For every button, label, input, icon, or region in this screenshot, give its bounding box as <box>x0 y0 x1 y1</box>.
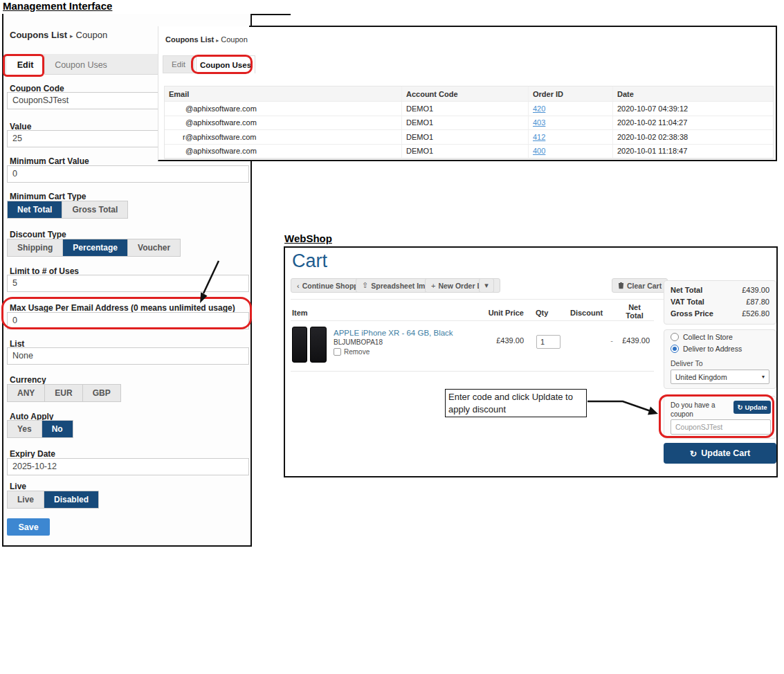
live-label: Live <box>10 482 26 491</box>
trash-icon <box>618 282 624 289</box>
save-button[interactable]: Save <box>7 518 50 536</box>
live-disabled[interactable]: Disabled <box>44 491 98 508</box>
list-input[interactable]: None <box>7 347 249 365</box>
column-header-email[interactable]: Email <box>165 86 401 101</box>
min-cart-value-label: Minimum Cart Value <box>10 156 89 166</box>
unit-price-value: £439.00 <box>479 336 524 345</box>
tab-coupon-uses[interactable]: Coupon Uses <box>46 55 116 75</box>
table-row: @aphixsoftware.com DEMO1 420 2020-10-07 … <box>165 102 773 116</box>
net-total-label: Net Total <box>671 286 702 294</box>
min-cart-type-net-total[interactable]: Net Total <box>8 201 62 218</box>
product-image <box>292 327 307 363</box>
new-order-lists-dropdown-button[interactable]: ▾ <box>479 278 494 293</box>
cell-date: 2020-10-02 02:38:38 <box>612 130 773 144</box>
deliver-to-address-option[interactable]: Deliver to Address <box>664 342 776 354</box>
tab-edit[interactable]: Edit <box>163 55 194 73</box>
currency-eur[interactable]: EUR <box>45 385 82 401</box>
tab-coupon-uses[interactable]: Coupon Uses <box>196 55 255 73</box>
column-header-date[interactable]: Date <box>612 86 773 101</box>
order-id-link[interactable]: 400 <box>533 147 545 155</box>
country-select[interactable]: United Kingdom ▾ <box>671 370 769 384</box>
panel-border-line <box>249 26 777 27</box>
max-usage-label: Max Usage Per Email Address (0 means unl… <box>10 303 235 313</box>
auto-apply-no[interactable]: No <box>42 421 73 437</box>
currency-any[interactable]: ANY <box>8 385 45 401</box>
limit-uses-input[interactable]: 5 <box>7 275 249 292</box>
collect-in-store-option[interactable]: Collect In Store <box>664 330 776 342</box>
upload-icon: ⇧ <box>362 281 368 290</box>
cell-account-code: DEMO1 <box>401 116 528 130</box>
live-live[interactable]: Live <box>8 491 44 508</box>
cell-date: 2020-10-07 04:39:12 <box>612 102 773 116</box>
net-total-header-line2: Total <box>619 311 650 320</box>
min-cart-type-label: Minimum Cart Type <box>10 192 86 201</box>
auto-apply-toggle: Yes No <box>7 420 73 438</box>
expiry-date-label: Expiry Date <box>10 449 55 459</box>
divider <box>291 371 654 372</box>
chevron-down-icon: ▾ <box>762 374 765 380</box>
discount-type-shipping[interactable]: Shipping <box>8 239 63 256</box>
coupon-uses-panel: Coupons List▸Coupon Edit Coupon Uses Ema… <box>158 26 777 161</box>
net-total-row: Net Total £439.00 <box>664 284 776 295</box>
coupon-update-button[interactable]: ↻ Update <box>733 401 771 414</box>
discount-type-percentage[interactable]: Percentage <box>63 239 128 256</box>
min-cart-value-input[interactable]: 0 <box>7 165 249 183</box>
min-cart-type-gross-total[interactable]: Gross Total <box>62 201 127 218</box>
table-header-row: Email Account Code Order ID Date <box>165 86 773 102</box>
table-row: @aphixsoftware.com DEMO1 400 2020-10-01 … <box>165 145 773 159</box>
coupon-box: Do you have a coupon or voucher? ↻ Updat… <box>664 396 776 439</box>
update-cart-button[interactable]: ↻ Update Cart <box>664 443 776 464</box>
product-link[interactable]: APPLE iPhone XR - 64 GB, Black <box>334 329 453 337</box>
coupon-update-label: Update <box>745 403 767 411</box>
gross-price-row: Gross Price £526.80 <box>664 307 776 319</box>
currency-gbp[interactable]: GBP <box>83 385 120 401</box>
auto-apply-yes[interactable]: Yes <box>8 421 42 437</box>
breadcrumb: Coupons List▸Coupon <box>10 30 107 40</box>
update-cart-label: Update Cart <box>701 448 750 458</box>
remove-row: Remove <box>334 348 370 356</box>
order-id-link[interactable]: 420 <box>533 104 545 113</box>
column-header-account-code[interactable]: Account Code <box>401 86 528 101</box>
clear-cart-button[interactable]: Clear Cart <box>612 278 668 293</box>
order-id-link[interactable]: 412 <box>533 133 545 141</box>
coupon-uses-table: Email Account Code Order ID Date @aphixs… <box>164 86 774 159</box>
column-header-order-id[interactable]: Order ID <box>528 86 612 101</box>
cell-account-code: DEMO1 <box>401 145 528 158</box>
refresh-icon: ↻ <box>690 448 697 459</box>
remove-label: Remove <box>344 348 370 356</box>
max-usage-input[interactable]: 0 <box>7 312 249 329</box>
net-total-header-line1: Net <box>619 303 650 311</box>
collect-in-store-label: Collect In Store <box>683 333 733 341</box>
vat-total-row: VAT Total £87.80 <box>664 295 776 307</box>
cell-email: @aphixsoftware.com <box>165 102 401 116</box>
refresh-icon: ↻ <box>737 403 742 411</box>
breadcrumb-parent[interactable]: Coupons List <box>165 35 214 44</box>
discount-type-label: Discount Type <box>10 230 66 239</box>
webshop-title: WebShop <box>284 233 332 244</box>
tab-edit[interactable]: Edit <box>6 55 45 75</box>
radio-unchecked-icon[interactable] <box>671 333 679 341</box>
management-interface-title: Management Interface <box>3 0 112 12</box>
plus-icon: + <box>431 282 435 290</box>
cell-date: 2020-10-02 11:04:27 <box>612 116 773 130</box>
cell-account-code: DEMO1 <box>401 102 528 116</box>
expiry-date-input[interactable]: 2025-10-12 <box>7 458 249 475</box>
caret-down-icon: ▾ <box>484 281 489 290</box>
coupon-code-input[interactable]: CouponSJTest <box>671 419 771 435</box>
currency-label: Currency <box>10 375 46 385</box>
unit-price-column-header: Unit Price <box>479 309 524 317</box>
qty-column-header: Qty <box>536 309 548 317</box>
vat-total-amount: £87.80 <box>746 298 769 306</box>
radio-checked-icon[interactable] <box>671 345 679 353</box>
vat-total-label: VAT Total <box>671 298 704 306</box>
qty-input[interactable]: 1 <box>536 335 560 349</box>
deliver-to-address-label: Deliver to Address <box>683 345 742 353</box>
delivery-box: Collect In Store Deliver to Address Deli… <box>664 329 776 389</box>
remove-checkbox[interactable] <box>334 348 341 356</box>
order-id-link[interactable]: 403 <box>533 118 545 127</box>
table-row: @aphixsoftware.com DEMO1 403 2020-10-02 … <box>165 116 773 131</box>
cart-heading: Cart <box>292 251 327 272</box>
discount-type-voucher[interactable]: Voucher <box>128 239 180 256</box>
discount-value: - <box>570 336 613 345</box>
breadcrumb-parent[interactable]: Coupons List <box>10 30 67 40</box>
